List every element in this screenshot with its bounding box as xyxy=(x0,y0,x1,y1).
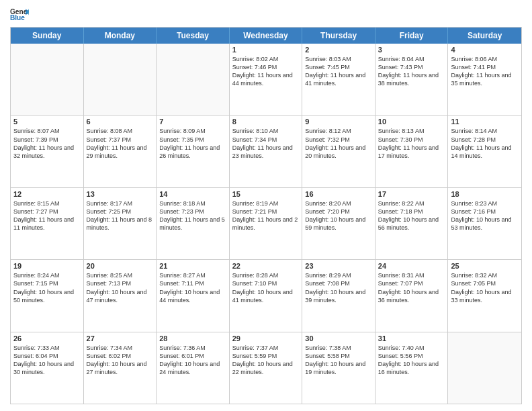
calendar-cell: 16Sunrise: 8:20 AMSunset: 7:20 PMDayligh… xyxy=(302,188,375,259)
day-number: 5 xyxy=(13,118,81,126)
day-number: 19 xyxy=(13,262,81,270)
day-number: 12 xyxy=(13,190,81,198)
calendar-cell: 15Sunrise: 8:19 AMSunset: 7:21 PMDayligh… xyxy=(230,188,303,259)
day-number: 23 xyxy=(305,262,372,270)
cell-info: Sunrise: 7:37 AMSunset: 5:59 PMDaylight:… xyxy=(232,344,300,377)
calendar-cell: 13Sunrise: 8:17 AMSunset: 7:25 PMDayligh… xyxy=(84,188,157,259)
calendar-cell: 25Sunrise: 8:32 AMSunset: 7:05 PMDayligh… xyxy=(448,260,521,331)
calendar-cell: 14Sunrise: 8:18 AMSunset: 7:23 PMDayligh… xyxy=(157,188,230,259)
calendar-header: SundayMondayTuesdayWednesdayThursdayFrid… xyxy=(11,28,521,44)
day-number: 29 xyxy=(232,334,300,342)
calendar-cell: 27Sunrise: 7:34 AMSunset: 6:02 PMDayligh… xyxy=(84,332,157,404)
calendar-body: 1Sunrise: 8:02 AMSunset: 7:46 PMDaylight… xyxy=(11,44,521,404)
calendar-cell: 17Sunrise: 8:22 AMSunset: 7:18 PMDayligh… xyxy=(375,188,449,259)
day-number: 11 xyxy=(451,118,519,126)
day-number: 3 xyxy=(378,46,445,54)
day-number: 8 xyxy=(232,118,300,126)
cell-info: Sunrise: 8:09 AMSunset: 7:35 PMDaylight:… xyxy=(159,127,226,160)
calendar-cell: 3Sunrise: 8:04 AMSunset: 7:43 PMDaylight… xyxy=(375,44,449,115)
day-number: 28 xyxy=(159,334,226,342)
day-number: 15 xyxy=(232,190,300,198)
calendar: SundayMondayTuesdayWednesdayThursdayFrid… xyxy=(10,27,522,404)
cell-info: Sunrise: 8:13 AMSunset: 7:30 PMDaylight:… xyxy=(378,127,445,160)
cell-info: Sunrise: 8:17 AMSunset: 7:25 PMDaylight:… xyxy=(87,199,154,232)
cell-info: Sunrise: 8:14 AMSunset: 7:28 PMDaylight:… xyxy=(451,127,519,160)
day-number: 27 xyxy=(87,334,154,342)
calendar-cell: 4Sunrise: 8:06 AMSunset: 7:41 PMDaylight… xyxy=(448,44,521,115)
cell-info: Sunrise: 8:20 AMSunset: 7:20 PMDaylight:… xyxy=(305,199,372,232)
day-number: 13 xyxy=(87,190,154,198)
weekday-header: Tuesday xyxy=(157,28,230,44)
day-number: 22 xyxy=(232,262,300,270)
weekday-header: Sunday xyxy=(11,28,84,44)
cell-info: Sunrise: 8:18 AMSunset: 7:23 PMDaylight:… xyxy=(159,199,226,232)
day-number: 24 xyxy=(378,262,445,270)
cell-info: Sunrise: 8:10 AMSunset: 7:34 PMDaylight:… xyxy=(232,127,300,160)
weekday-header: Monday xyxy=(84,28,157,44)
calendar-cell: 23Sunrise: 8:29 AMSunset: 7:08 PMDayligh… xyxy=(302,260,375,331)
weekday-header: Wednesday xyxy=(230,28,303,44)
calendar-cell: 7Sunrise: 8:09 AMSunset: 7:35 PMDaylight… xyxy=(157,116,230,187)
calendar-cell: 29Sunrise: 7:37 AMSunset: 5:59 PMDayligh… xyxy=(230,332,303,404)
day-number: 4 xyxy=(451,46,519,54)
logo: General Blue xyxy=(10,7,29,21)
cell-info: Sunrise: 7:40 AMSunset: 5:56 PMDaylight:… xyxy=(378,344,445,377)
cell-info: Sunrise: 8:04 AMSunset: 7:43 PMDaylight:… xyxy=(378,55,445,88)
calendar-cell: 21Sunrise: 8:27 AMSunset: 7:11 PMDayligh… xyxy=(157,260,230,331)
calendar-cell: 31Sunrise: 7:40 AMSunset: 5:56 PMDayligh… xyxy=(375,332,449,404)
weekday-header: Friday xyxy=(375,28,449,44)
cell-info: Sunrise: 8:19 AMSunset: 7:21 PMDaylight:… xyxy=(232,199,300,232)
cell-info: Sunrise: 8:22 AMSunset: 7:18 PMDaylight:… xyxy=(378,199,445,232)
cell-info: Sunrise: 8:23 AMSunset: 7:16 PMDaylight:… xyxy=(451,199,519,232)
day-number: 6 xyxy=(87,118,154,126)
calendar-cell: 2Sunrise: 8:03 AMSunset: 7:45 PMDaylight… xyxy=(302,44,375,115)
day-number: 25 xyxy=(451,262,519,270)
calendar-cell xyxy=(84,44,157,115)
calendar-cell xyxy=(448,332,521,404)
day-number: 30 xyxy=(305,334,372,342)
day-number: 14 xyxy=(159,190,226,198)
day-number: 1 xyxy=(232,46,300,54)
cell-info: Sunrise: 7:38 AMSunset: 5:58 PMDaylight:… xyxy=(305,344,372,377)
day-number: 26 xyxy=(13,334,81,342)
day-number: 9 xyxy=(305,118,372,126)
day-number: 7 xyxy=(159,118,226,126)
calendar-cell: 26Sunrise: 7:33 AMSunset: 6:04 PMDayligh… xyxy=(11,332,84,404)
calendar-cell: 6Sunrise: 8:08 AMSunset: 7:37 PMDaylight… xyxy=(84,116,157,187)
weekday-header: Thursday xyxy=(302,28,375,44)
cell-info: Sunrise: 8:27 AMSunset: 7:11 PMDaylight:… xyxy=(159,271,226,304)
cell-info: Sunrise: 8:02 AMSunset: 7:46 PMDaylight:… xyxy=(232,55,300,88)
calendar-cell: 28Sunrise: 7:36 AMSunset: 6:01 PMDayligh… xyxy=(157,332,230,404)
calendar-cell: 24Sunrise: 8:31 AMSunset: 7:07 PMDayligh… xyxy=(375,260,449,331)
calendar-cell: 19Sunrise: 8:24 AMSunset: 7:15 PMDayligh… xyxy=(11,260,84,331)
calendar-cell xyxy=(11,44,84,115)
cell-info: Sunrise: 8:08 AMSunset: 7:37 PMDaylight:… xyxy=(87,127,154,160)
day-number: 17 xyxy=(378,190,445,198)
calendar-row: 5Sunrise: 8:07 AMSunset: 7:39 PMDaylight… xyxy=(11,116,521,187)
calendar-row: 26Sunrise: 7:33 AMSunset: 6:04 PMDayligh… xyxy=(11,332,521,404)
cell-info: Sunrise: 8:28 AMSunset: 7:10 PMDaylight:… xyxy=(232,271,300,304)
calendar-row: 12Sunrise: 8:15 AMSunset: 7:27 PMDayligh… xyxy=(11,188,521,260)
calendar-row: 1Sunrise: 8:02 AMSunset: 7:46 PMDaylight… xyxy=(11,44,521,116)
calendar-cell: 1Sunrise: 8:02 AMSunset: 7:46 PMDaylight… xyxy=(230,44,303,115)
calendar-cell: 9Sunrise: 8:12 AMSunset: 7:32 PMDaylight… xyxy=(302,116,375,187)
cell-info: Sunrise: 8:06 AMSunset: 7:41 PMDaylight:… xyxy=(451,55,519,88)
cell-info: Sunrise: 8:07 AMSunset: 7:39 PMDaylight:… xyxy=(13,127,81,160)
cell-info: Sunrise: 8:03 AMSunset: 7:45 PMDaylight:… xyxy=(305,55,372,88)
cell-info: Sunrise: 8:31 AMSunset: 7:07 PMDaylight:… xyxy=(378,271,445,304)
calendar-cell: 10Sunrise: 8:13 AMSunset: 7:30 PMDayligh… xyxy=(375,116,449,187)
day-number: 10 xyxy=(378,118,445,126)
cell-info: Sunrise: 8:24 AMSunset: 7:15 PMDaylight:… xyxy=(13,271,81,304)
day-number: 21 xyxy=(159,262,226,270)
calendar-cell: 30Sunrise: 7:38 AMSunset: 5:58 PMDayligh… xyxy=(302,332,375,404)
calendar-cell: 5Sunrise: 8:07 AMSunset: 7:39 PMDaylight… xyxy=(11,116,84,187)
cell-info: Sunrise: 8:15 AMSunset: 7:27 PMDaylight:… xyxy=(13,199,81,232)
cell-info: Sunrise: 7:36 AMSunset: 6:01 PMDaylight:… xyxy=(159,344,226,377)
calendar-cell xyxy=(157,44,230,115)
day-number: 16 xyxy=(305,190,372,198)
svg-text:Blue: Blue xyxy=(10,14,25,21)
logo-icon: General Blue xyxy=(10,7,29,21)
cell-info: Sunrise: 8:25 AMSunset: 7:13 PMDaylight:… xyxy=(87,271,154,304)
cell-info: Sunrise: 8:29 AMSunset: 7:08 PMDaylight:… xyxy=(305,271,372,304)
cell-info: Sunrise: 8:32 AMSunset: 7:05 PMDaylight:… xyxy=(451,271,519,304)
